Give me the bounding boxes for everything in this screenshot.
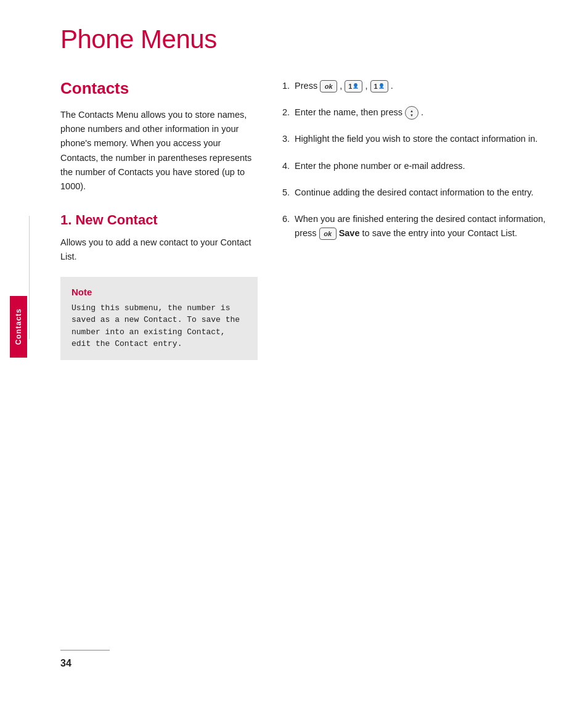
step-1: 1. Press ok , 1👤 , 1👤 .: [282, 79, 557, 93]
step-3-number: 3.: [282, 132, 290, 146]
note-title: Note: [71, 287, 247, 297]
footer-rule: [60, 650, 110, 651]
step-6-number: 6.: [282, 212, 290, 240]
ok-save-icon: ok: [319, 228, 337, 240]
note-text: Using this submenu, the number is saved …: [71, 302, 247, 350]
step-5-content: Continue adding the desired contact info…: [295, 186, 557, 200]
step-2: 2. Enter the name, then press .: [282, 105, 557, 120]
new-contact-heading: 1. New Contact: [60, 212, 258, 228]
sidebar-text-wrapper: Contacts: [10, 296, 27, 358]
step-2-number: 2.: [282, 105, 290, 120]
nav-up-down-icon: [405, 106, 419, 120]
step-1-content: Press ok , 1👤 , 1👤 .: [295, 79, 557, 93]
step-4-number: 4.: [282, 159, 290, 173]
step-6-content: When you are finished entering the desir…: [295, 212, 557, 240]
contacts-heading: Contacts: [60, 79, 258, 98]
save-label: Save: [339, 228, 360, 238]
ok-button-icon: ok: [320, 80, 337, 92]
step-1-number: 1.: [282, 79, 290, 93]
steps-list: 1. Press ok , 1👤 , 1👤 .: [282, 79, 557, 240]
step-5: 5. Continue adding the desired contact i…: [282, 186, 557, 200]
page-title: Phone Menus: [60, 25, 557, 54]
two-col-layout: Contacts The Contacts Menu allows you to…: [60, 79, 557, 625]
step-6: 6. When you are finished entering the de…: [282, 212, 557, 240]
step-2-content: Enter the name, then press .: [295, 105, 557, 120]
right-column: 1. Press ok , 1👤 , 1👤 .: [282, 79, 557, 625]
left-column: Contacts The Contacts Menu allows you to…: [60, 79, 258, 625]
sidebar: Contacts: [0, 0, 30, 706]
step-3-content: Highlight the field you wish to store th…: [295, 132, 557, 146]
note-box: Note Using this submenu, the number is s…: [60, 277, 258, 360]
footer-area: 34: [60, 625, 557, 669]
step-5-number: 5.: [282, 186, 290, 200]
sidebar-label: Contacts: [14, 308, 23, 345]
step-4-content: Enter the phone number or e-mail address…: [295, 159, 557, 173]
contacts-body: The Contacts Menu allows you to store na…: [60, 108, 258, 194]
page-number: 34: [60, 658, 71, 668]
key1b-icon: 1👤: [370, 80, 388, 92]
step-4: 4. Enter the phone number or e-mail addr…: [282, 159, 557, 173]
step-3: 3. Highlight the field you wish to store…: [282, 132, 557, 146]
new-contact-body: Allows you to add a new contact to your …: [60, 236, 258, 264]
page-container: Contacts Phone Menus Contacts The Contac…: [0, 0, 588, 706]
sidebar-tab: Contacts: [7, 296, 30, 358]
key1a-icon: 1👤: [345, 80, 362, 92]
main-content: Phone Menus Contacts The Contacts Menu a…: [30, 0, 588, 706]
